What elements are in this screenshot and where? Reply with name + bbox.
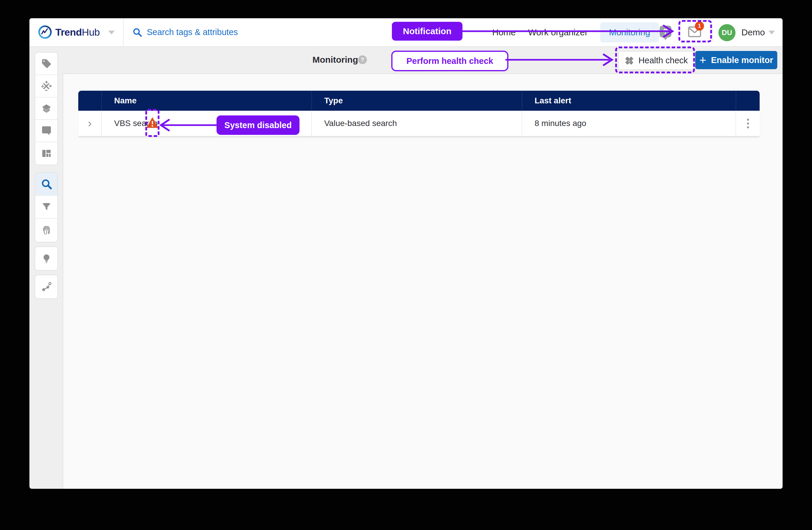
topbar-divider-3 <box>712 24 713 42</box>
fingerprint-icon <box>41 225 52 236</box>
page-title-help-icon[interactable]: ? <box>358 55 367 64</box>
col-header-expander <box>78 91 102 111</box>
brand-name: TrendHub <box>55 18 100 46</box>
sidebar-group-4 <box>35 275 58 299</box>
row-menu-button[interactable] <box>736 111 760 136</box>
sidebar-item-layers[interactable] <box>35 97 57 120</box>
sidebar-item-dashboard[interactable] <box>35 142 57 165</box>
formulas-icon <box>41 81 52 91</box>
sidebar-item-formulas[interactable] <box>35 75 57 97</box>
search-placeholder: Search tags & attributes <box>147 27 238 37</box>
tag-icon <box>41 58 52 69</box>
dashed-box-mail <box>679 20 712 42</box>
dashed-box-health-check <box>615 46 695 73</box>
brand-caret-icon[interactable] <box>108 31 115 34</box>
system-disabled-arrow <box>159 117 218 134</box>
cell-last-alert: 8 minutes ago <box>522 111 736 136</box>
trendhub-logo-icon <box>38 25 52 39</box>
context-graph-icon <box>41 281 52 292</box>
col-header-name[interactable]: Name <box>102 91 312 111</box>
screenshot-stage: TrendHub Search tags & attributes Home W… <box>0 0 812 530</box>
cell-type: Value-based search <box>312 111 522 136</box>
layers-icon <box>41 103 52 114</box>
annotation-perform-health-check: Perform health check <box>391 51 508 71</box>
health-check-arrow <box>505 52 619 68</box>
page-title: Monitoring <box>313 46 358 73</box>
search-tool-icon <box>41 179 52 190</box>
row-expander[interactable]: › <box>78 111 102 136</box>
sidebar-item-search[interactable] <box>35 173 57 196</box>
col-header-last-alert[interactable]: Last alert <box>522 91 736 111</box>
sidebar-group-2 <box>35 172 58 242</box>
sidebar-item-ideas[interactable] <box>35 247 57 270</box>
avatar[interactable]: DU <box>719 24 736 41</box>
filter-icon <box>41 202 52 212</box>
sidebar-group-1 <box>35 52 58 165</box>
sidebar-item-filter[interactable] <box>35 196 57 219</box>
sidebar-group-3 <box>35 247 58 270</box>
col-header-type[interactable]: Type <box>312 91 522 111</box>
search-bar[interactable]: Search tags & attributes <box>132 18 238 46</box>
sidebar-item-context-graph[interactable] <box>35 275 57 298</box>
annotation-system-disabled: System disabled <box>217 115 300 135</box>
lightbulb-icon <box>42 253 52 264</box>
dashboard-icon <box>41 148 52 159</box>
sidebar-item-fingerprint[interactable] <box>35 219 57 242</box>
user-caret-icon[interactable] <box>768 31 775 34</box>
app-window: TrendHub Search tags & attributes Home W… <box>29 18 783 489</box>
table-header-row: Name Type Last alert <box>78 91 760 111</box>
enable-monitor-button[interactable]: + Enable monitor <box>695 51 777 69</box>
topbar-divider-1 <box>123 18 124 46</box>
annotation-notification: Notification <box>392 22 463 41</box>
kebab-icon <box>747 118 749 128</box>
notification-arrow <box>460 23 680 40</box>
col-header-actions <box>736 91 760 111</box>
search-icon <box>132 27 142 37</box>
sidebar-item-comments[interactable] <box>35 120 57 142</box>
comment-icon <box>41 125 52 136</box>
enable-monitor-label: Enable monitor <box>711 55 773 65</box>
user-name[interactable]: Demo <box>741 18 765 46</box>
sidebar-item-tags[interactable] <box>35 53 57 75</box>
dashed-box-warning <box>145 109 159 137</box>
